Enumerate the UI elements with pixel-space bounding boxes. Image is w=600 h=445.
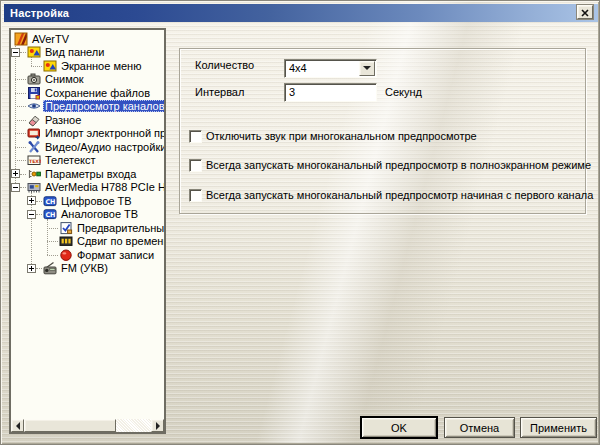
device-icon (27, 180, 41, 194)
tree-connector-stub (36, 201, 42, 203)
tree-item-label[interactable]: Аналоговое ТВ (59, 208, 140, 220)
tree-item-label[interactable]: Снимок (43, 73, 86, 85)
checkbox-label[interactable]: Отключить звук при многоканальном предпр… (206, 130, 477, 142)
checkbox-1[interactable] (189, 130, 202, 143)
tree-item-label[interactable]: Импорт электронной прог (43, 127, 164, 139)
tree-item-label[interactable]: Сохранение файлов (43, 87, 152, 99)
dropdown-button[interactable] (359, 61, 375, 76)
floppy-icon (27, 86, 41, 100)
checkbox-label[interactable]: Всегда запускать многоканальный предпрос… (206, 189, 593, 201)
tree-item-label[interactable]: Разное (43, 114, 83, 126)
tree-connector-stub (15, 160, 26, 162)
tree-item-timeshift[interactable]: Сдвиг по времени (11, 235, 164, 249)
tree-item-camera[interactable]: Снимок (11, 73, 164, 87)
tree-connector-stub (47, 241, 58, 243)
tree-item-ch-badge[interactable]: CHАналоговое ТВ (11, 208, 164, 222)
record-icon (59, 248, 73, 262)
svg-text:CH: CH (45, 211, 55, 219)
tree-item-panel[interactable]: Экранное меню (11, 59, 164, 73)
svg-text:TEXT: TEXT (29, 159, 41, 164)
apply-button[interactable]: Применить (520, 417, 597, 438)
radio-icon (43, 261, 57, 275)
tree-item-misc[interactable]: Разное (11, 113, 164, 127)
tree-connector-stub (20, 52, 26, 54)
tree-item-avertv-logo[interactable]: AVerTV (11, 32, 164, 46)
tree-item-label[interactable]: Предварительный (75, 222, 164, 234)
tree-connector-stub (20, 174, 26, 176)
tree-connector-stub (36, 268, 42, 270)
ch-badge-icon: CH (43, 194, 57, 208)
close-button[interactable] (577, 5, 593, 19)
arrow-left-icon (12, 422, 20, 430)
panel-icon (43, 59, 57, 73)
collapse-minus-icon[interactable] (11, 48, 20, 57)
scroll-left-button[interactable] (11, 419, 24, 432)
tree-item-record[interactable]: Формат записи (11, 248, 164, 262)
checkbox-2[interactable] (189, 159, 202, 172)
tree-item-label[interactable]: Телетекст (43, 154, 98, 166)
tree-connector-stub (15, 120, 26, 122)
checkbox-3[interactable] (189, 189, 202, 202)
tree-item-import-epg[interactable]: Импорт электронной прог (11, 127, 164, 141)
scrollbar-thumb[interactable] (24, 419, 116, 432)
checkbox-row: Отключить звук при многоканальном предпр… (189, 129, 477, 143)
expand-plus-icon[interactable] (27, 196, 36, 205)
tree-item-floppy[interactable]: Сохранение файлов (11, 86, 164, 100)
arrow-right-icon (156, 422, 164, 430)
camera-icon (27, 72, 41, 86)
checkbox-row: Всегда запускать многоканальный предпрос… (189, 158, 591, 172)
window-title: Настройка (4, 7, 69, 19)
checkbox-label[interactable]: Всегда запускать многоканальный предпрос… (206, 159, 591, 171)
tree-item-label[interactable]: Вид панели (43, 46, 106, 58)
panel-icon (27, 45, 41, 59)
tree-item-label[interactable]: AVerMedia H788 PCIe Hybri (43, 181, 164, 193)
checkbox-row: Всегда запускать многоканальный предпрос… (189, 188, 593, 202)
tree-item-input-params[interactable]: Параметры входа (11, 167, 164, 181)
quantity-value: 4x4 (285, 61, 358, 76)
tree-item-preview-doc[interactable]: Предварительный (11, 221, 164, 235)
interval-value: 3 (285, 84, 376, 100)
settings-window: Настройка AVerTVВид панелиЭкранное менюС… (0, 0, 600, 445)
tree-item-label[interactable]: Формат записи (75, 249, 156, 261)
chevron-down-icon (363, 66, 371, 74)
tree-item-radio[interactable]: FM (УКВ) (11, 262, 164, 276)
scroll-right-button[interactable] (151, 419, 164, 432)
tree-item-label[interactable]: Видео/Аудио настройки (43, 141, 164, 153)
quantity-dropdown[interactable]: 4x4 (284, 59, 377, 78)
input-params-icon (27, 167, 41, 181)
interval-input[interactable]: 3 (284, 83, 377, 102)
tree-horizontal-scrollbar[interactable] (11, 419, 164, 432)
timeshift-icon (59, 234, 73, 248)
tree-item-label[interactable]: AVerTV (30, 33, 71, 45)
tree-item-panel[interactable]: Вид панели (11, 46, 164, 60)
tree-connector-stub (36, 214, 42, 216)
expand-plus-icon[interactable] (11, 169, 20, 178)
settings-tree[interactable]: AVerTVВид панелиЭкранное менюСнимокСохра… (9, 28, 166, 434)
tree-content: AVerTVВид панелиЭкранное менюСнимокСохра… (11, 30, 164, 419)
preview-doc-icon (59, 221, 73, 235)
tree-item-device[interactable]: AVerMedia H788 PCIe Hybri (11, 181, 164, 195)
tools-icon (27, 140, 41, 154)
tree-item-label[interactable]: Цифровое ТВ (59, 195, 134, 207)
tree-connector-stub (47, 228, 58, 230)
expand-plus-icon[interactable] (27, 264, 36, 273)
tree-item-label[interactable]: FM (УКВ) (59, 262, 110, 274)
tree-connector-stub (15, 147, 26, 149)
tree-item-label[interactable]: Предпросмотр каналов (43, 100, 164, 112)
tree-item-label[interactable]: Экранное меню (59, 60, 143, 72)
tree-connector-stub (15, 106, 26, 108)
tree-item-ch-badge[interactable]: CHЦифровое ТВ (11, 194, 164, 208)
import-epg-icon (27, 126, 41, 140)
collapse-minus-icon[interactable] (11, 183, 20, 192)
tree-item-eye[interactable]: Предпросмотр каналов (11, 100, 164, 114)
tree-connector-stub (15, 93, 26, 95)
tree-item-tools[interactable]: Видео/Аудио настройки (11, 140, 164, 154)
cancel-button[interactable]: Отмена (444, 417, 515, 438)
tree-item-label[interactable]: Сдвиг по времени (75, 235, 164, 247)
quantity-label: Количество (195, 58, 254, 72)
tree-item-teletext[interactable]: TEXTТелетекст (11, 154, 164, 168)
tree-connector-stub (15, 79, 26, 81)
ok-button[interactable]: OK (361, 417, 437, 438)
tree-item-label[interactable]: Параметры входа (43, 168, 138, 180)
collapse-minus-icon[interactable] (27, 210, 36, 219)
